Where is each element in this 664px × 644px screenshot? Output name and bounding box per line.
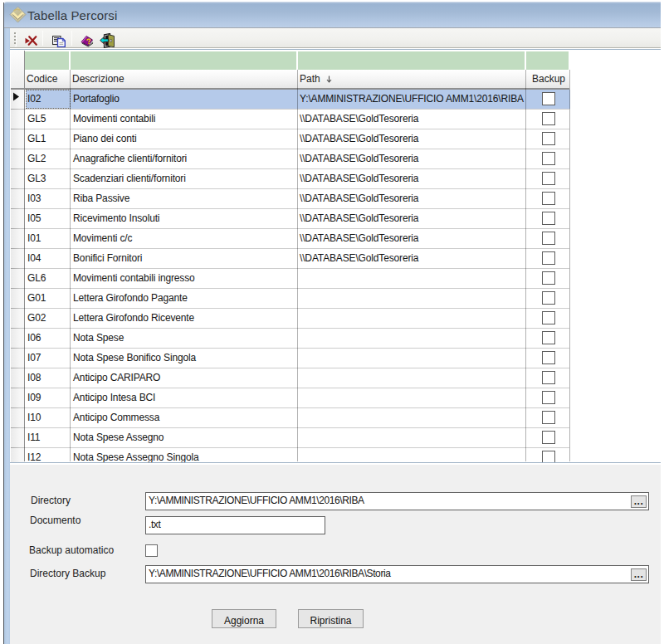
svg-text:?: ? [85, 37, 91, 46]
